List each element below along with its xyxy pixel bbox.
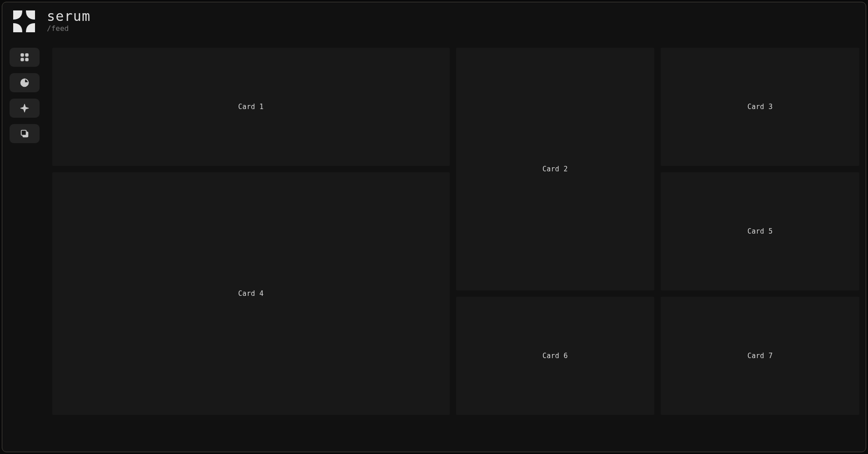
card-6[interactable]: Card 6 [456, 297, 655, 415]
card-label: Card 6 [542, 352, 568, 360]
title-block: serum /feed [47, 10, 90, 33]
sparkle-icon [20, 103, 30, 113]
app-subtitle: /feed [47, 24, 90, 33]
app-title: serum [47, 10, 90, 23]
card-label: Card 2 [542, 165, 568, 173]
app-logo-icon [11, 9, 37, 34]
card-2[interactable]: Card 2 [456, 48, 655, 290]
card-label: Card 3 [748, 103, 773, 111]
header: serum /feed [11, 9, 90, 34]
card-1[interactable]: Card 1 [52, 48, 450, 166]
app-frame: serum /feed [2, 2, 866, 452]
card-label: Card 1 [238, 103, 264, 111]
svg-rect-2 [21, 58, 24, 61]
sidebar [10, 48, 40, 143]
card-grid: Card 1 Card 2 Card 3 Card 4 Card 5 Card … [52, 48, 859, 445]
card-7[interactable]: Card 7 [661, 297, 859, 415]
pie-icon [20, 78, 30, 88]
nav-feed-button[interactable] [10, 48, 40, 67]
card-5[interactable]: Card 5 [661, 172, 859, 290]
svg-rect-3 [25, 58, 28, 61]
nav-stats-button[interactable] [10, 73, 40, 92]
svg-rect-1 [25, 54, 28, 56]
svg-rect-5 [21, 130, 26, 135]
grid-icon [20, 52, 30, 62]
card-label: Card 7 [748, 352, 773, 360]
svg-rect-0 [21, 54, 24, 56]
nav-ai-button[interactable] [10, 99, 40, 118]
card-3[interactable]: Card 3 [661, 48, 859, 166]
card-label: Card 5 [748, 227, 773, 235]
nav-files-button[interactable] [10, 124, 40, 143]
card-4[interactable]: Card 4 [52, 172, 450, 415]
copy-icon [20, 129, 30, 139]
card-label: Card 4 [238, 289, 264, 298]
